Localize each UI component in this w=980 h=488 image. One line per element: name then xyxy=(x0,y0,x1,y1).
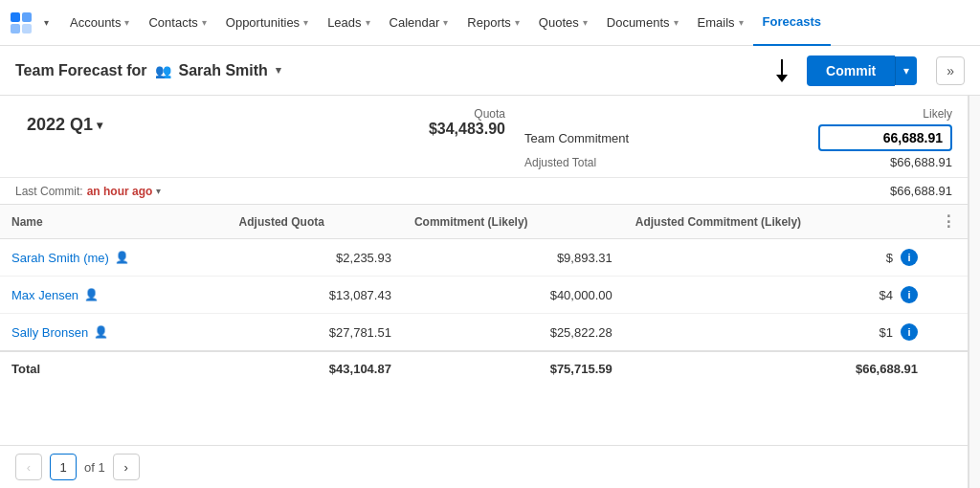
svg-rect-1 xyxy=(22,12,32,22)
toolbar: Team Forecast for 👥 Sarah Smith ▾ Commit… xyxy=(0,46,980,96)
navbar: ▾ Accounts ▾ Contacts ▾ Opportunities ▾ … xyxy=(0,0,980,46)
calendar-chevron: ▾ xyxy=(443,17,448,28)
nav-leads[interactable]: Leads ▾ xyxy=(318,0,379,46)
last-commit-row: Last Commit: an hour ago ▾ $66,688.91 xyxy=(0,178,968,205)
left-panel: 2022 Q1 ▾ Quota $34,483.90 Likely Team C… xyxy=(0,96,969,488)
app-logo[interactable] xyxy=(8,10,34,36)
last-commit-total: $66,688.91 xyxy=(890,184,952,198)
last-commit-chevron[interactable]: ▾ xyxy=(156,186,161,196)
title-dropdown-chevron[interactable]: ▾ xyxy=(276,64,281,77)
forecast-table-container: Name Adjusted Quota Commitment (Likely) … xyxy=(0,205,968,445)
commitment-input[interactable] xyxy=(818,124,952,151)
user-group-icon: 👥 xyxy=(155,63,171,78)
nav-forecasts[interactable]: Forecasts xyxy=(753,0,831,46)
row-user-icon-0: 👤 xyxy=(115,251,129,264)
period-chevron[interactable]: ▾ xyxy=(97,119,102,132)
svg-rect-0 xyxy=(11,12,20,22)
nav-calendar[interactable]: Calendar ▾ xyxy=(380,0,458,46)
footer-adjusted-commitment: $66,688.91 xyxy=(624,351,929,386)
table-header-row: Name Adjusted Quota Commitment (Likely) … xyxy=(0,205,968,239)
accounts-chevron: ▾ xyxy=(124,17,129,28)
commit-button[interactable]: Commit xyxy=(807,55,895,86)
row-commitment-1: $40,000.00 xyxy=(403,277,624,314)
last-commit-time[interactable]: an hour ago xyxy=(87,185,153,198)
column-more-icon[interactable]: ⋮ xyxy=(941,213,956,230)
period-quota-section: 2022 Q1 ▾ Quota $34,483.90 Likely Team C… xyxy=(0,96,968,178)
row-info-icon-2[interactable]: i xyxy=(901,323,918,341)
table-row: Max Jensen 👤 $13,087.43 $40,000.00 $4 i xyxy=(0,277,968,314)
nav-emails[interactable]: Emails ▾ xyxy=(688,0,753,46)
row-adjusted-commitment-0: $ i xyxy=(624,239,929,276)
row-adjusted-quota-0: $2,235.93 xyxy=(228,239,403,277)
row-info-icon-1[interactable]: i xyxy=(901,286,918,303)
footer-adjusted-quota: $43,104.87 xyxy=(228,351,403,386)
footer-label: Total xyxy=(0,351,228,386)
svg-rect-2 xyxy=(11,24,20,33)
quotes-chevron: ▾ xyxy=(583,17,588,28)
table-footer-row: Total $43,104.87 $75,715.59 $66,688.91 xyxy=(0,351,968,386)
table-row: Sarah Smith (me) 👤 $2,235.93 $9,893.31 $… xyxy=(0,239,968,277)
reports-chevron: ▾ xyxy=(515,17,520,28)
row-adjusted-commitment-2: $1 i xyxy=(624,314,929,350)
col-adjusted-commitment: Adjusted Commitment (Likely) xyxy=(624,205,929,239)
nav-reports[interactable]: Reports ▾ xyxy=(457,0,529,46)
nav-accounts[interactable]: Accounts ▾ xyxy=(60,0,139,46)
forecast-table: Name Adjusted Quota Commitment (Likely) … xyxy=(0,205,968,386)
svg-rect-3 xyxy=(22,24,32,33)
nav-documents[interactable]: Documents ▾ xyxy=(597,0,688,46)
forecast-title: Team Forecast for 👥 Sarah Smith ▾ xyxy=(15,62,281,79)
commit-dropdown-button[interactable]: ▾ xyxy=(895,56,917,85)
opportunities-chevron: ▾ xyxy=(303,17,308,28)
col-name: Name xyxy=(0,205,228,239)
row-commitment-2: $25,822.28 xyxy=(403,314,624,352)
main-content: 2022 Q1 ▾ Quota $34,483.90 Likely Team C… xyxy=(0,96,980,488)
leads-chevron: ▾ xyxy=(366,17,370,28)
commit-button-group: Commit ▾ xyxy=(807,55,917,86)
prev-page-button[interactable]: ‹ xyxy=(15,454,42,480)
footer-commitment: $75,715.59 xyxy=(403,351,624,386)
emails-chevron: ▾ xyxy=(739,17,744,28)
col-actions: ⋮ xyxy=(929,205,968,239)
row-name-1[interactable]: Max Jensen 👤 xyxy=(11,288,216,302)
period-selector: 2022 Q1 ▾ xyxy=(27,107,295,135)
expand-panel-button[interactable]: » xyxy=(936,56,965,85)
nav-contacts[interactable]: Contacts ▾ xyxy=(139,0,215,46)
logo-chevron[interactable]: ▾ xyxy=(44,17,49,28)
right-panel xyxy=(969,96,980,488)
contacts-chevron: ▾ xyxy=(202,17,207,28)
nav-quotes[interactable]: Quotes ▾ xyxy=(529,0,597,46)
table-row: Sally Bronsen 👤 $27,781.51 $25,822.28 $1… xyxy=(0,314,968,352)
col-commitment: Commitment (Likely) xyxy=(403,205,624,239)
next-page-button[interactable]: › xyxy=(113,454,140,480)
current-page: 1 xyxy=(50,454,77,480)
row-commitment-0: $9,893.31 xyxy=(403,239,624,277)
row-user-icon-1: 👤 xyxy=(84,288,99,301)
row-info-icon-0[interactable]: i xyxy=(901,249,918,266)
row-adjusted-commitment-1: $4 i xyxy=(624,277,929,313)
nav-opportunities[interactable]: Opportunities ▾ xyxy=(216,0,318,46)
row-user-icon-2: 👤 xyxy=(94,325,108,339)
pagination: ‹ 1 of 1 › xyxy=(0,445,968,488)
likely-area: Likely Team Commitment Adjusted Total $6… xyxy=(505,107,952,169)
row-name-0[interactable]: Sarah Smith (me) 👤 xyxy=(11,251,216,265)
row-adjusted-quota-1: $13,087.43 xyxy=(228,277,403,314)
row-name-2[interactable]: Sally Bronsen 👤 xyxy=(11,325,216,340)
documents-chevron: ▾ xyxy=(674,17,679,28)
col-adjusted-quota: Adjusted Quota xyxy=(228,205,403,239)
quota-area: Quota $34,483.90 xyxy=(295,107,505,138)
total-pages: of 1 xyxy=(84,460,105,475)
row-adjusted-quota-2: $27,781.51 xyxy=(228,314,403,352)
